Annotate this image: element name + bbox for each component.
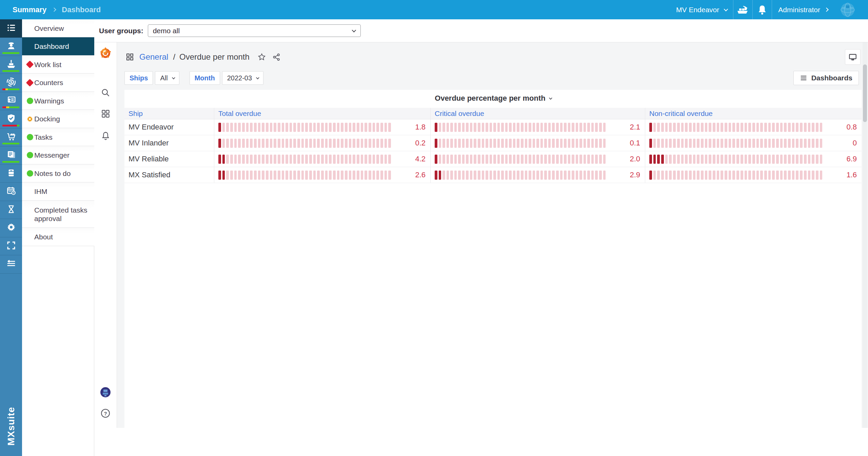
dashboards-button[interactable]: Dashboards — [793, 71, 859, 85]
star-favorite-icon[interactable] — [256, 52, 267, 62]
sidebar-item-dashboard[interactable]: Dashboard — [22, 37, 94, 56]
user-groups-select[interactable]: demo all — [148, 24, 361, 37]
scrollbar[interactable] — [863, 42, 867, 428]
ship-name-cell: MV Reliable — [124, 151, 214, 167]
share-icon[interactable] — [271, 52, 282, 62]
bar-gauge-cell: 0.2 — [214, 135, 431, 151]
column-header-ship[interactable]: Ship — [124, 108, 214, 119]
overdue-value: 2.9 — [611, 171, 640, 179]
menu-item-status-icon — [26, 152, 34, 159]
sidebar-item-tasks[interactable]: Tasks — [22, 128, 94, 146]
sidebar-item-completed-tasks-approval[interactable]: Completed tasks approval — [22, 201, 94, 228]
certificates-icon — [6, 95, 16, 107]
sidebar-item-ihm[interactable]: IHM — [22, 182, 94, 201]
lcd-bar-gauge — [435, 155, 606, 164]
menu-item-status-icon — [26, 115, 34, 123]
sidebar-item-messenger[interactable]: Messenger — [22, 146, 94, 164]
sidebar-item-overview[interactable]: Overview — [22, 19, 94, 37]
green-circle-icon — [27, 98, 33, 104]
sidebar-item-docking[interactable]: Docking — [22, 110, 94, 128]
chevron-down-icon — [172, 76, 175, 79]
overdue-value: 0 — [828, 139, 857, 147]
rail-item-safety[interactable] — [0, 110, 22, 128]
svg-text:$: $ — [10, 80, 12, 84]
rail-item-oil-barrel[interactable] — [0, 164, 22, 183]
top-bar-right: MV Endeavor Administrator — [670, 0, 861, 19]
sidebar-item-about[interactable]: About — [22, 228, 94, 246]
sidebar-item-work-list[interactable]: Work list — [22, 56, 94, 74]
chevron-right-icon — [824, 7, 829, 12]
alerting-bell-icon[interactable] — [99, 129, 112, 142]
crew-icon — [6, 41, 16, 52]
ships-filter-value[interactable]: All — [155, 71, 179, 85]
grafana-logo[interactable] — [99, 46, 112, 60]
dashboard-folder[interactable]: General — [139, 52, 168, 62]
rail-item-certificates[interactable] — [0, 92, 22, 110]
sidebar-item-warnings[interactable]: Warnings — [22, 92, 94, 110]
oil-barrel-icon — [6, 168, 16, 179]
safety-icon — [6, 113, 16, 125]
help-icon[interactable]: ? — [99, 407, 112, 420]
vessel-selector-label: MV Endeavor — [676, 6, 719, 14]
scrollbar-thumb[interactable] — [863, 64, 867, 122]
lcd-bar-gauge — [435, 171, 606, 180]
table-row: MV Inlander0.20.10 — [124, 135, 862, 151]
rail-item-worklist-return[interactable] — [0, 255, 22, 274]
bar-gauge-cell: 6.9 — [645, 151, 862, 167]
fleet-ship-icon[interactable] — [733, 0, 752, 19]
panel-title-text: Overdue percentage per month — [435, 94, 545, 103]
overdue-table: ShipTotal overdueCritical overdueNon-cri… — [124, 108, 862, 183]
panel-title[interactable]: Overdue percentage per month — [124, 90, 862, 107]
bar-gauge-cell: 0 — [645, 135, 862, 151]
column-header-critical-overdue[interactable]: Critical overdue — [431, 108, 645, 119]
filter-row: Ships All Month 2022-03 — [124, 71, 274, 85]
svg-text:?: ? — [104, 411, 107, 416]
column-header-total-overdue[interactable]: Total overdue — [214, 108, 431, 119]
rail-item-documents[interactable] — [0, 146, 22, 165]
rail-item-history[interactable] — [0, 201, 22, 219]
sidebar-item-label: Messenger — [34, 151, 70, 159]
green-circle-icon — [27, 152, 33, 158]
purchase-icon — [6, 132, 16, 143]
rail-item-budget[interactable]: $ — [0, 74, 22, 92]
chevron-down-icon — [724, 7, 728, 12]
sidebar-item-label: Work list — [34, 60, 61, 69]
notifications-bell-icon[interactable] — [753, 0, 772, 19]
user-menu[interactable]: Administrator — [772, 0, 834, 19]
sidebar-item-label: Tasks — [34, 133, 53, 141]
search-icon[interactable] — [99, 86, 112, 99]
sidebar-item-counters[interactable]: Counters — [22, 74, 94, 92]
sidebar-item-notes-to-do[interactable]: Notes to do — [22, 164, 94, 182]
breadcrumb-root[interactable]: Summary — [13, 5, 46, 14]
lcd-bar-gauge — [649, 155, 822, 164]
overdue-value: 0.1 — [611, 139, 640, 147]
planning-icon — [6, 186, 16, 197]
dashboard-grid-icon[interactable] — [124, 52, 135, 62]
dashboards-grid-icon[interactable] — [99, 107, 112, 120]
vessel-selector[interactable]: MV Endeavor — [670, 0, 733, 19]
rail-item-planning[interactable] — [0, 183, 22, 201]
column-header-non-critical-overdue[interactable]: Non-critical overdue — [645, 108, 862, 119]
rail-item-menu-list[interactable] — [0, 19, 22, 38]
month-filter-label: Month — [190, 71, 220, 85]
bar-gauge-cell: 1.6 — [645, 167, 862, 183]
tv-mode-button[interactable] — [845, 49, 861, 65]
green-circle-icon — [27, 170, 33, 177]
user-avatar[interactable] — [99, 385, 112, 399]
grafana-dashboard-area: ? General / Overdue per month — [94, 42, 868, 428]
month-filter-value[interactable]: 2022-03 — [222, 71, 263, 85]
menu-item-status-icon — [26, 133, 34, 141]
rail-item-crew[interactable] — [0, 38, 22, 56]
chevron-down-icon — [352, 28, 356, 33]
rail-item-settings[interactable] — [0, 219, 22, 237]
status-progress-strip — [2, 161, 19, 163]
company-globe-logo — [834, 0, 861, 19]
breadcrumb-separator: / — [173, 52, 175, 62]
table-header-row: ShipTotal overdueCritical overdueNon-cri… — [124, 108, 862, 119]
orange-gear-icon — [26, 115, 34, 123]
bar-gauge-cell: 2.0 — [431, 151, 645, 167]
rail-item-purchase[interactable] — [0, 128, 22, 146]
overdue-value: 2.6 — [396, 171, 426, 179]
rail-item-fullscreen[interactable] — [0, 237, 22, 255]
rail-item-vessel[interactable] — [0, 56, 22, 74]
